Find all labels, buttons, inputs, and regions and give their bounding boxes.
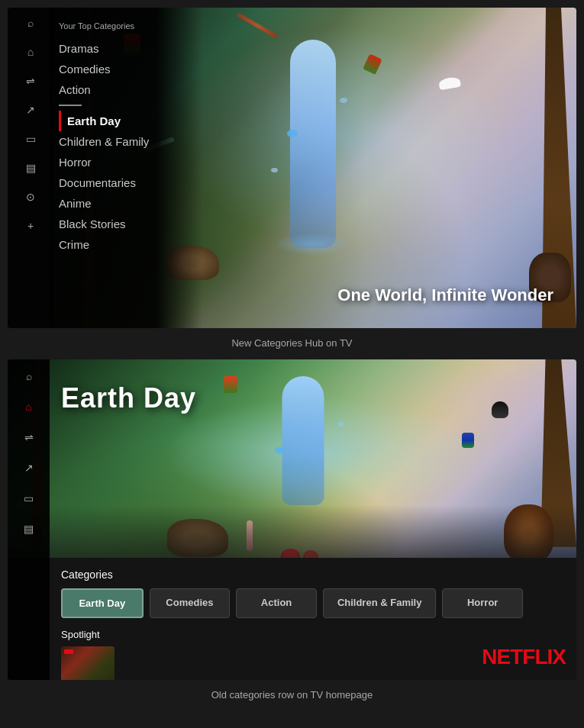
- nav-item-anime[interactable]: Anime: [59, 193, 193, 214]
- category-comedies[interactable]: Comedies: [150, 588, 231, 618]
- bottom-shuffle-icon[interactable]: ⇌: [21, 430, 37, 445]
- netflix-n-small: [64, 649, 73, 654]
- bottom-search-icon[interactable]: ⌕: [21, 369, 37, 384]
- spotlight-label: Spotlight: [61, 629, 523, 640]
- white-bird: [438, 76, 461, 91]
- top-tv-screenshot: ⌕ ⌂ ⇌ ↗ ▭ ▤ ⊙ + Your Top Categories Dram…: [8, 8, 576, 328]
- categories-row: Earth Day Comedies Action Children & Fam…: [61, 588, 523, 618]
- top-section: ⌕ ⌂ ⇌ ↗ ▭ ▤ ⊙ + Your Top Categories Dram…: [0, 0, 584, 359]
- bottom-film-icon[interactable]: ▤: [21, 521, 37, 536]
- nav-item-documentaries[interactable]: Documentaries: [59, 172, 193, 193]
- macaw-decoration: [462, 433, 474, 448]
- nav-item-blackstories[interactable]: Black Stories: [59, 214, 193, 234]
- categories-label: Categories: [61, 569, 523, 581]
- plus-icon[interactable]: +: [23, 218, 38, 234]
- screen-icon[interactable]: ▭: [23, 131, 38, 147]
- bottom-caption: Old categories row on TV homepage: [8, 680, 576, 711]
- bottom-hero-bg: Earth Day: [8, 359, 576, 568]
- bottom-parrot1: [224, 376, 237, 393]
- top-sidebar: ⌕ ⌂ ⇌ ↗ ▭ ▤ ⊙ +: [8, 8, 53, 328]
- nav-item-action[interactable]: Action: [59, 79, 193, 100]
- nav-item-dramas[interactable]: Dramas: [59, 38, 193, 59]
- category-horror[interactable]: Horror: [442, 588, 523, 618]
- nav-divider: [59, 105, 82, 106]
- bottom-hero-title: Earth Day: [61, 382, 196, 414]
- category-earthday[interactable]: Earth Day: [61, 588, 144, 618]
- nav-top-label: Your Top Categories: [59, 21, 193, 31]
- nav-item-comedies[interactable]: Comedies: [59, 59, 193, 79]
- top-nav-menu: Your Top Categories Dramas Comedies Acti…: [50, 8, 202, 328]
- nav-item-horror[interactable]: Horror: [59, 152, 193, 172]
- home-icon[interactable]: ⌂: [23, 44, 38, 60]
- toucan-decoration: [492, 401, 508, 418]
- user-icon[interactable]: ⊙: [23, 189, 38, 205]
- search-icon[interactable]: ⌕: [23, 15, 38, 31]
- film-icon[interactable]: ▤: [23, 160, 38, 176]
- top-caption: New Categories Hub on TV: [8, 328, 576, 359]
- bottom-tv-screenshot: ⌕ ⌂ ⇌ ↗ ▭ ▤: [8, 359, 576, 680]
- spotlight-row: [61, 646, 523, 680]
- waterfall: [290, 40, 336, 248]
- bottom-home-icon[interactable]: ⌂: [21, 399, 37, 414]
- bottom-screen-icon[interactable]: ▭: [21, 491, 37, 506]
- butterfly3: [271, 168, 278, 172]
- nav-item-children[interactable]: Children & Family: [59, 131, 193, 152]
- nav-item-earthday[interactable]: Earth Day: [59, 111, 193, 131]
- bottom-waterfall: [282, 376, 324, 505]
- bottom-content-area: Categories Earth Day Comedies Action Chi…: [8, 558, 576, 680]
- bottom-arrow-icon[interactable]: ↗: [21, 460, 37, 475]
- bottom-butterfly2: [337, 422, 344, 427]
- parrot2-decoration: [363, 53, 382, 75]
- bottom-butterfly1: [275, 447, 284, 453]
- category-action[interactable]: Action: [236, 588, 317, 618]
- butterfly1: [287, 130, 298, 137]
- hero-tagline: One World, Infinite Wonder: [337, 285, 553, 305]
- nav-item-crime[interactable]: Crime: [59, 234, 193, 255]
- netflix-logo: NETFLIX: [482, 645, 566, 669]
- category-children[interactable]: Children & Family: [323, 588, 437, 618]
- arrow-icon[interactable]: ↗: [23, 102, 38, 118]
- butterfly2: [340, 98, 347, 103]
- bottom-sidebar: ⌕ ⌂ ⇌ ↗ ▭ ▤: [8, 359, 50, 680]
- shuffle-icon[interactable]: ⇌: [23, 73, 38, 89]
- bottom-section: ⌕ ⌂ ⇌ ↗ ▭ ▤: [0, 359, 584, 719]
- spotlight-thumbnail: [61, 646, 115, 680]
